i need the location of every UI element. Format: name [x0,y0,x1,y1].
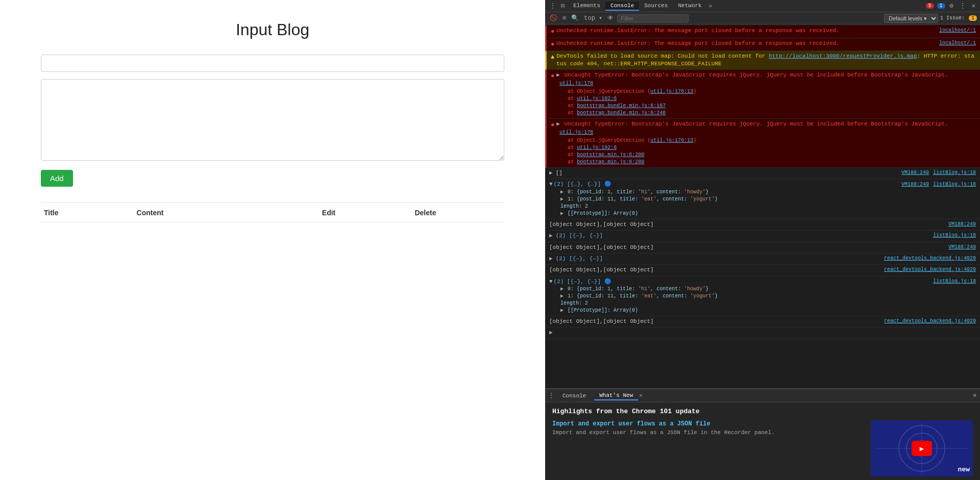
expand-proto2[interactable]: ▶ [560,308,564,313]
log-source[interactable]: localhost/:1 [939,27,976,34]
log-entry: ▶ [] VM188:249 listBlog.js:18 [545,168,980,179]
prompt-icon[interactable]: ▶ [549,329,553,337]
title-input[interactable] [41,55,504,72]
tab-elements[interactable]: Elements [568,2,605,11]
bottom-tabs: ⋮ Console What's New × × [545,389,980,402]
warn-icon: ▲ [551,53,554,62]
log-message: Unchecked runtime.lastError: The message… [556,40,937,47]
log-entry: ▶ (2) [{–}, {–}] listBlog.js:18 [545,231,980,242]
log-message: [object Object],[object Object] [549,221,946,229]
search-icon[interactable]: 🔍 [570,14,580,22]
new-badge: new [958,466,970,473]
eye-icon[interactable]: 👁 [606,14,615,22]
log-message: (2) [{–}, {–}] [556,255,882,263]
log-entry: ▶ [545,327,980,339]
devtools-menu-icon[interactable]: ⋮ [548,2,557,10]
log-entry: [object Object],[object Object] VM188:24… [545,242,980,254]
react-devtools-source2[interactable]: react_devtools_backend.js:4029 [884,266,976,273]
youtube-play-button[interactable]: ▶ [912,441,932,456]
devtools-right-icons: 5 1 ⚙ ⋮ ✕ [926,2,977,10]
tab-more-icon[interactable]: » [707,3,715,9]
bootstrap-link3[interactable]: bootstrap.min.js:6:200 [577,152,644,158]
expand-icon[interactable]: ▶ [549,169,553,177]
expand-0[interactable]: ▶ [560,189,564,195]
filter-input[interactable] [617,14,689,22]
expand-icon4[interactable]: ▼ [549,278,553,286]
issue-badge: 1 [969,15,977,21]
log-source[interactable]: util.js:176 [559,130,593,135]
devtools-tabs: Elements Console Sources Network » [568,2,714,11]
bootstrap-link2[interactable]: bootstrap.bundle.min.js:6:246 [577,110,666,116]
expand-proto[interactable]: ▶ [560,211,564,216]
expand-icon[interactable]: ▶ [556,121,560,127]
close-bottom-panel[interactable]: × [973,392,977,400]
vm188-source2[interactable]: VM188:249 [901,181,929,188]
col-title: Title [41,209,134,217]
util-link[interactable]: util.js:176:13 [650,89,693,94]
react-devtools-source3[interactable]: react_devtools_backend.js:4029 [884,318,976,325]
util-link3[interactable]: util.js:176:13 [650,138,693,143]
vm188-source[interactable]: VM188:249 [901,169,929,176]
expand-1b[interactable]: ▶ [560,293,564,299]
error-icon: ● [551,40,554,49]
content-input[interactable] [41,79,504,161]
highlights-title: Highlights from the Chrome 101 update [552,408,973,415]
close-devtools-icon[interactable]: ✕ [970,2,977,10]
bootstrap-link1[interactable]: bootstrap.bundle.min.js:6:167 [577,103,666,109]
listblog-source3[interactable]: listBlog.js:18 [933,232,976,239]
vm188-source3[interactable]: VM188:249 [948,221,976,228]
customize-icon[interactable]: ⋮ [958,2,967,10]
log-message: [object Object],[object Object] [549,244,946,251]
expand-1[interactable]: ▶ [560,196,564,202]
devtools-bottom-panel: ⋮ Console What's New × × Highlights from… [545,388,980,480]
filter-icon[interactable]: ⊘ [561,14,568,22]
log-message: [] [556,169,899,177]
tab-sources[interactable]: Sources [639,2,673,11]
tab-console[interactable]: Console [605,2,639,11]
log-entry-highlight: [object Object],[object Object] react_de… [545,316,980,327]
col-content: Content [134,209,319,217]
log-message: ▶ Uncaught TypeError: Bootstrap's JavaSc… [556,72,948,78]
log-source[interactable]: localhost/:1 [939,40,976,47]
card1-image: ▶ new [871,420,973,476]
log-message: [object Object],[object Object] [549,266,882,274]
error-icon: ● [551,72,554,81]
listblog-source4[interactable]: listBlog.js:18 [933,278,976,285]
context-selector[interactable]: top ▾ [582,14,604,22]
listblog-source2[interactable]: listBlog.js:18 [933,181,976,188]
listblog-source[interactable]: listBlog.js:18 [933,169,976,176]
log-entry: ● Unchecked runtime.lastError: The messa… [545,26,980,38]
col-edit: Edit [319,209,412,217]
react-devtools-source[interactable]: react_devtools_backend.js:4029 [884,255,976,262]
clear-console-icon[interactable]: 🚫 [548,14,559,22]
log-entry: ● ▶ Uncaught TypeError: Bootstrap's Java… [545,119,980,168]
log-message: (2) [{–}, {–}] [556,232,931,240]
devtools-toolbar2: 🚫 ⊘ 🔍 top ▾ 👁 Default levels ▾ 1 Issue: … [545,12,980,24]
util-link4[interactable]: util.js:192:6 [577,145,617,150]
expand-icon[interactable]: ▼ [549,181,553,188]
log-message: [object Object],[object Object] [549,318,882,325]
log-link[interactable]: http://localhost:3000/requestProvider.js… [769,53,917,59]
expand-icon[interactable]: ▶ [556,72,560,78]
bottom-tab-whats-new[interactable]: What's New [594,391,638,400]
console-log-area[interactable]: ● Unchecked runtime.lastError: The messa… [545,24,980,388]
bootstrap-link4[interactable]: bootstrap.min.js:6:288 [577,159,644,165]
blog-table: Title Content Edit Delete [41,202,504,222]
expand-0b[interactable]: ▶ [560,286,564,292]
log-levels-select[interactable]: Default levels ▾ [884,14,938,23]
vm188-source4[interactable]: VM188:249 [948,244,976,251]
devtools-dock-icon[interactable]: ⊡ [559,2,566,10]
log-source[interactable]: util.js:176 [559,81,593,86]
tab-network[interactable]: Network [673,2,706,11]
expand-icon3[interactable]: ▶ [549,255,553,263]
add-button[interactable]: Add [41,170,73,187]
close-whats-new-tab[interactable]: × [639,393,643,399]
bottom-menu-icon[interactable]: ⋮ [548,392,554,399]
util-link2[interactable]: util.js:192:6 [577,96,617,102]
issue-label: 1 Issue: [940,15,965,21]
settings-icon[interactable]: ⚙ [948,2,955,10]
log-entry: ▼ (2) [{…}, {…}] 🔵 VM188:249 listBlog.js… [545,179,980,219]
expand-icon2[interactable]: ▶ [549,232,553,240]
bottom-tab-console[interactable]: Console [557,392,591,400]
error-icon: ● [551,28,554,36]
